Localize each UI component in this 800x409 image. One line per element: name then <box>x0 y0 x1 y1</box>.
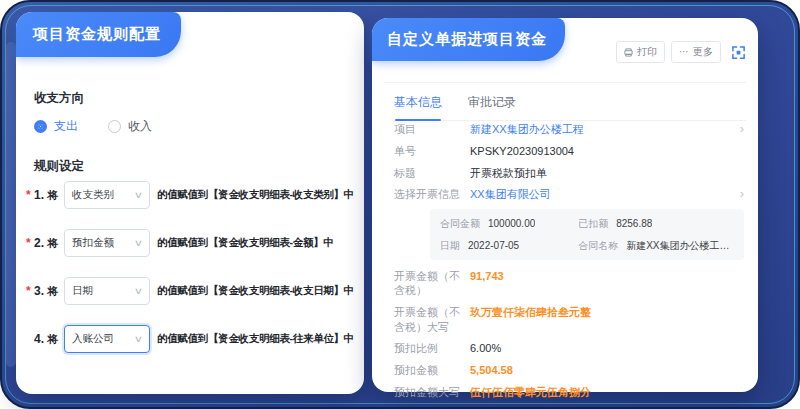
radio-income-label: 收入 <box>128 118 152 135</box>
rule-suffix: 的值赋值到【资金收支明细表-收支类别】中 <box>157 188 354 202</box>
contract-amount-cell: 合同金额 100000.00 <box>440 217 578 230</box>
rule-field-select-4[interactable]: 入账公司 ∨ <box>64 325 150 353</box>
contract-date-cell: 日期 2022-07-05 <box>440 239 578 252</box>
rule-index: 2. <box>34 236 44 250</box>
withhold-caps-value: 伍仟伍佰零肆元伍角捌分 <box>470 385 730 399</box>
left-panel-title: 项目资金规则配置 <box>16 12 181 57</box>
detail-tabs: 基本信息 审批记录 <box>394 94 746 121</box>
chevron-right-icon[interactable]: › <box>740 186 744 203</box>
more-button[interactable]: ⋯ 更多 <box>671 41 721 63</box>
field-value: KPSKY20230913004 <box>470 144 730 158</box>
project-link[interactable]: 新建XX集团办公楼工程 <box>470 122 730 136</box>
print-button[interactable]: 打印 <box>616 41 665 63</box>
tab-basic-info[interactable]: 基本信息 <box>394 94 442 111</box>
radio-income[interactable]: 收入 <box>108 118 152 135</box>
field-row-title: 标题 开票税款预扣单 <box>394 166 744 180</box>
field-label: 标题 <box>394 166 470 180</box>
required-asterisk: * <box>26 284 34 298</box>
field-value: 开票税款预扣单 <box>470 166 730 180</box>
rule-suffix: 的值赋值到【资金收支明细表-往来单位】中 <box>157 332 354 346</box>
document-detail-panel: 自定义单据进项目资金 打印 ⋯ 更多 基本信息 审批记录 <box>372 18 758 392</box>
contract-date-value: 2022-07-05 <box>468 239 519 252</box>
right-panel-title: 自定义单据进项目资金 <box>372 18 565 61</box>
fullscreen-button[interactable] <box>731 45 746 60</box>
required-asterisk: * <box>26 236 34 250</box>
chevron-down-icon: ∨ <box>134 334 143 344</box>
withhold-amount-value: 5,504.58 <box>470 363 730 377</box>
more-button-label: 更多 <box>693 45 713 59</box>
rule-prefix: 将 <box>47 188 58 203</box>
contract-withheld-label: 已扣额 <box>578 217 608 230</box>
rule-index: 4. <box>34 332 44 346</box>
contract-amount-value: 100000.00 <box>488 217 535 230</box>
field-label: 预扣金额大写 <box>394 385 470 399</box>
radio-expense[interactable]: 支出 <box>34 118 78 135</box>
detail-fields: 项目 新建XX集团办公楼工程 › 单号 KPSKY20230913004 标题 … <box>394 122 744 409</box>
decorative-band <box>6 42 16 367</box>
field-row-withhold-amount: 预扣金额 5,504.58 <box>394 363 744 377</box>
field-label: 预扣金额 <box>394 363 470 377</box>
direction-radio-group: 支出 收入 <box>34 118 182 135</box>
field-label: 选择开票信息 <box>394 187 470 201</box>
rule-index: 3. <box>34 284 44 298</box>
contract-withheld-value: 8256.88 <box>616 217 652 230</box>
more-icon: ⋯ <box>679 47 689 57</box>
rule-suffix: 的值赋值到【资金收支明细表-收支日期】中 <box>157 284 354 298</box>
field-row-withhold-ratio: 预扣比例 6.00% <box>394 341 744 355</box>
invoice-company-link[interactable]: XX集团有限公司 <box>470 187 730 201</box>
rule-prefix: 将 <box>47 236 58 251</box>
field-label: 开票金额（不含税） <box>394 269 470 298</box>
rule-index: 1. <box>34 188 44 202</box>
rule-field-value: 预扣金额 <box>72 236 114 250</box>
required-asterisk: * <box>26 188 34 202</box>
contract-amount-label: 合同金额 <box>440 217 480 230</box>
radio-selected-icon <box>34 120 47 133</box>
detail-toolbar: 打印 ⋯ 更多 <box>616 41 746 63</box>
rule-field-value: 日期 <box>72 284 93 298</box>
rule-config-panel: 项目资金规则配置 收支方向 支出 收入 规则设定 * 1. 将 收支类别 ∨ <box>16 12 364 394</box>
chevron-down-icon: ∨ <box>134 286 143 296</box>
rule-suffix: 的值赋值到【资金收支明细表-金额】中 <box>157 236 334 250</box>
print-button-label: 打印 <box>637 45 657 59</box>
radio-expense-label: 支出 <box>54 118 78 135</box>
field-row-invoice-info: 选择开票信息 XX集团有限公司 › <box>394 187 744 201</box>
field-row-docno: 单号 KPSKY20230913004 <box>394 144 744 158</box>
field-row-withhold-caps: 预扣金额大写 伍仟伍佰零肆元伍角捌分 <box>394 385 744 399</box>
contract-name-cell: 合同名称 新建XX集团办公楼工程施工总承包合同 <box>578 239 734 252</box>
field-label: 预扣比例 <box>394 341 470 355</box>
chevron-down-icon: ∨ <box>134 190 143 200</box>
rule-field-select-1[interactable]: 收支类别 ∨ <box>64 181 150 209</box>
rules-list: * 1. 将 收支类别 ∨ 的值赋值到【资金收支明细表-收支类别】中 * 2. … <box>26 180 360 372</box>
rule-row-1: * 1. 将 收支类别 ∨ 的值赋值到【资金收支明细表-收支类别】中 <box>26 180 360 210</box>
field-label: 单号 <box>394 144 470 158</box>
withhold-ratio-value: 6.00% <box>470 341 730 355</box>
rule-field-value: 收支类别 <box>72 188 114 202</box>
field-label: 项目 <box>394 122 470 136</box>
fullscreen-icon <box>731 45 746 60</box>
contract-summary-box: 合同金额 100000.00 已扣额 8256.88 日期 2022-07-05… <box>430 209 744 260</box>
printer-icon <box>624 48 633 57</box>
chevron-down-icon: ∨ <box>134 238 143 248</box>
rule-row-4: * 4. 将 入账公司 ∨ 的值赋值到【资金收支明细表-往来单位】中 <box>26 324 360 354</box>
direction-label: 收支方向 <box>34 90 84 107</box>
radio-unselected-icon <box>108 120 121 133</box>
contract-withheld-cell: 已扣额 8256.88 <box>578 217 734 230</box>
contract-name-value: 新建XX集团办公楼工程施工总承包合同 <box>626 239 734 252</box>
rule-row-2: * 2. 将 预扣金额 ∨ 的值赋值到【资金收支明细表-金额】中 <box>26 228 360 258</box>
rule-row-3: * 3. 将 日期 ∨ 的值赋值到【资金收支明细表-收支日期】中 <box>26 276 360 306</box>
header-divider <box>384 82 746 83</box>
field-row-project: 项目 新建XX集团办公楼工程 › <box>394 122 744 136</box>
background-frame: 项目资金规则配置 收支方向 支出 收入 规则设定 * 1. 将 收支类别 ∨ <box>0 0 800 409</box>
rule-field-value: 入账公司 <box>72 332 114 346</box>
chevron-right-icon[interactable]: › <box>740 121 744 138</box>
rule-prefix: 将 <box>47 332 58 347</box>
rule-field-select-2[interactable]: 预扣金额 ∨ <box>64 229 150 257</box>
tab-approval-record[interactable]: 审批记录 <box>468 94 516 111</box>
rules-label: 规则设定 <box>34 158 84 175</box>
field-row-invoice-amount-caps: 开票金额（不含税）大写 玖万壹仟柒佰肆拾叁元整 <box>394 305 744 334</box>
rule-prefix: 将 <box>47 284 58 299</box>
contract-name-label: 合同名称 <box>578 239 618 252</box>
field-row-invoice-amount: 开票金额（不含税） 91,743 <box>394 269 744 298</box>
contract-date-label: 日期 <box>440 239 460 252</box>
rule-field-select-3[interactable]: 日期 ∨ <box>64 277 150 305</box>
